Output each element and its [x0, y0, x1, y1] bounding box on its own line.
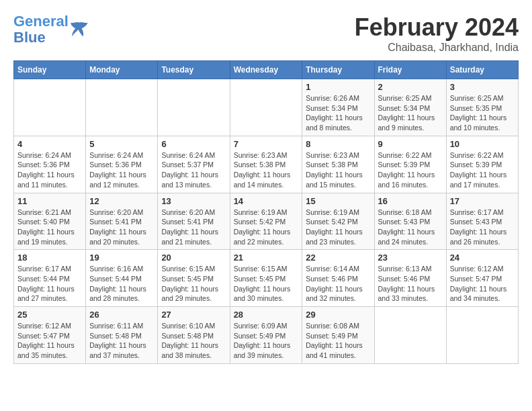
title-block: February 2024 Chaibasa, Jharkhand, India	[355, 13, 519, 54]
day-info: Sunrise: 6:22 AMSunset: 5:39 PMDaylight:…	[378, 150, 443, 190]
calendar-cell	[86, 79, 158, 136]
day-number: 3	[450, 82, 515, 92]
day-number: 23	[378, 253, 443, 263]
calendar-cell	[374, 307, 446, 364]
day-info: Sunrise: 6:16 AMSunset: 5:44 PMDaylight:…	[89, 264, 154, 304]
location-subtitle: Chaibasa, Jharkhand, India	[355, 42, 519, 54]
day-info: Sunrise: 6:12 AMSunset: 5:47 PMDaylight:…	[450, 264, 515, 304]
calendar-cell: 1Sunrise: 6:26 AMSunset: 5:34 PMDaylight…	[302, 79, 374, 136]
day-info: Sunrise: 6:19 AMSunset: 5:42 PMDaylight:…	[306, 208, 370, 247]
calendar-cell: 14Sunrise: 6:19 AMSunset: 5:42 PMDayligh…	[230, 193, 302, 250]
calendar-cell: 25Sunrise: 6:12 AMSunset: 5:47 PMDayligh…	[14, 307, 86, 364]
day-number: 19	[89, 253, 154, 263]
day-info: Sunrise: 6:13 AMSunset: 5:46 PMDaylight:…	[378, 264, 443, 304]
day-info: Sunrise: 6:23 AMSunset: 5:38 PMDaylight:…	[234, 150, 299, 190]
day-number: 10	[450, 139, 515, 149]
calendar-cell: 26Sunrise: 6:11 AMSunset: 5:48 PMDayligh…	[86, 307, 158, 364]
logo-general: General	[13, 13, 69, 30]
day-info: Sunrise: 6:23 AMSunset: 5:38 PMDaylight:…	[306, 150, 370, 190]
day-info: Sunrise: 6:11 AMSunset: 5:48 PMDaylight:…	[89, 321, 154, 361]
logo-blue: Blue	[13, 29, 46, 46]
day-number: 12	[89, 196, 154, 206]
day-number: 14	[234, 196, 299, 206]
calendar-cell: 8Sunrise: 6:23 AMSunset: 5:38 PMDaylight…	[302, 136, 374, 193]
day-info: Sunrise: 6:21 AMSunset: 5:40 PMDaylight:…	[17, 208, 82, 247]
calendar-cell: 2Sunrise: 6:25 AMSunset: 5:34 PMDaylight…	[374, 79, 446, 136]
calendar-cell: 28Sunrise: 6:09 AMSunset: 5:49 PMDayligh…	[230, 307, 302, 364]
day-number: 8	[306, 139, 370, 149]
calendar-cell	[14, 79, 86, 136]
calendar-cell: 20Sunrise: 6:15 AMSunset: 5:45 PMDayligh…	[158, 250, 230, 307]
day-info: Sunrise: 6:12 AMSunset: 5:47 PMDaylight:…	[17, 321, 82, 361]
day-number: 15	[306, 196, 370, 206]
day-info: Sunrise: 6:15 AMSunset: 5:45 PMDaylight:…	[161, 264, 226, 304]
day-info: Sunrise: 6:19 AMSunset: 5:42 PMDaylight:…	[234, 208, 299, 247]
day-info: Sunrise: 6:14 AMSunset: 5:46 PMDaylight:…	[306, 264, 370, 304]
calendar-cell	[446, 307, 518, 364]
calendar-cell: 21Sunrise: 6:15 AMSunset: 5:45 PMDayligh…	[230, 250, 302, 307]
day-number: 26	[89, 310, 154, 320]
day-number: 27	[161, 310, 226, 320]
logo-bird-icon	[70, 20, 89, 39]
day-info: Sunrise: 6:17 AMSunset: 5:44 PMDaylight:…	[17, 264, 82, 304]
calendar-cell: 15Sunrise: 6:19 AMSunset: 5:42 PMDayligh…	[302, 193, 374, 250]
day-number: 16	[378, 196, 443, 206]
day-info: Sunrise: 6:15 AMSunset: 5:45 PMDaylight:…	[234, 264, 299, 304]
calendar-cell: 11Sunrise: 6:21 AMSunset: 5:40 PMDayligh…	[14, 193, 86, 250]
weekday-header-friday: Friday	[374, 61, 446, 79]
day-number: 25	[17, 310, 82, 320]
day-info: Sunrise: 6:24 AMSunset: 5:37 PMDaylight:…	[161, 150, 226, 190]
day-number: 21	[234, 253, 299, 263]
calendar-cell: 13Sunrise: 6:20 AMSunset: 5:41 PMDayligh…	[158, 193, 230, 250]
day-number: 11	[17, 196, 82, 206]
calendar-week-4: 18Sunrise: 6:17 AMSunset: 5:44 PMDayligh…	[14, 250, 519, 307]
weekday-header-wednesday: Wednesday	[230, 61, 302, 79]
calendar-cell: 27Sunrise: 6:10 AMSunset: 5:48 PMDayligh…	[158, 307, 230, 364]
weekday-header-thursday: Thursday	[302, 61, 374, 79]
day-number: 4	[17, 139, 82, 149]
day-info: Sunrise: 6:20 AMSunset: 5:41 PMDaylight:…	[161, 208, 226, 247]
day-info: Sunrise: 6:25 AMSunset: 5:35 PMDaylight:…	[450, 93, 515, 133]
calendar-cell: 9Sunrise: 6:22 AMSunset: 5:39 PMDaylight…	[374, 136, 446, 193]
day-info: Sunrise: 6:09 AMSunset: 5:49 PMDaylight:…	[234, 321, 299, 361]
day-number: 1	[306, 82, 370, 92]
day-info: Sunrise: 6:25 AMSunset: 5:34 PMDaylight:…	[378, 93, 443, 133]
day-number: 20	[161, 253, 226, 263]
day-number: 29	[306, 310, 370, 320]
calendar-cell: 3Sunrise: 6:25 AMSunset: 5:35 PMDaylight…	[446, 79, 518, 136]
day-info: Sunrise: 6:26 AMSunset: 5:34 PMDaylight:…	[306, 93, 370, 133]
day-info: Sunrise: 6:17 AMSunset: 5:43 PMDaylight:…	[450, 208, 515, 247]
calendar-cell: 6Sunrise: 6:24 AMSunset: 5:37 PMDaylight…	[158, 136, 230, 193]
calendar-week-3: 11Sunrise: 6:21 AMSunset: 5:40 PMDayligh…	[14, 193, 519, 250]
calendar-cell: 18Sunrise: 6:17 AMSunset: 5:44 PMDayligh…	[14, 250, 86, 307]
calendar-cell: 22Sunrise: 6:14 AMSunset: 5:46 PMDayligh…	[302, 250, 374, 307]
day-number: 22	[306, 253, 370, 263]
day-info: Sunrise: 6:24 AMSunset: 5:36 PMDaylight:…	[17, 150, 82, 190]
calendar-header: SundayMondayTuesdayWednesdayThursdayFrid…	[14, 61, 519, 79]
day-number: 6	[161, 139, 226, 149]
calendar-cell: 7Sunrise: 6:23 AMSunset: 5:38 PMDaylight…	[230, 136, 302, 193]
calendar-cell: 29Sunrise: 6:08 AMSunset: 5:49 PMDayligh…	[302, 307, 374, 364]
day-number: 2	[378, 82, 443, 92]
calendar-cell: 12Sunrise: 6:20 AMSunset: 5:41 PMDayligh…	[86, 193, 158, 250]
calendar-cell: 23Sunrise: 6:13 AMSunset: 5:46 PMDayligh…	[374, 250, 446, 307]
day-info: Sunrise: 6:10 AMSunset: 5:48 PMDaylight:…	[161, 321, 226, 361]
calendar-week-2: 4Sunrise: 6:24 AMSunset: 5:36 PMDaylight…	[14, 136, 519, 193]
calendar-cell: 16Sunrise: 6:18 AMSunset: 5:43 PMDayligh…	[374, 193, 446, 250]
calendar-cell	[230, 79, 302, 136]
day-number: 7	[234, 139, 299, 149]
page-header: General Blue February 2024 Chaibasa, Jha…	[13, 13, 519, 54]
day-number: 17	[450, 196, 515, 206]
calendar-body: 1Sunrise: 6:26 AMSunset: 5:34 PMDaylight…	[14, 79, 519, 364]
day-number: 24	[450, 253, 515, 263]
day-number: 18	[17, 253, 82, 263]
calendar-cell: 17Sunrise: 6:17 AMSunset: 5:43 PMDayligh…	[446, 193, 518, 250]
logo: General Blue	[13, 13, 89, 46]
weekday-header-tuesday: Tuesday	[158, 61, 230, 79]
day-number: 9	[378, 139, 443, 149]
weekday-header-monday: Monday	[86, 61, 158, 79]
day-number: 28	[234, 310, 299, 320]
calendar-week-1: 1Sunrise: 6:26 AMSunset: 5:34 PMDaylight…	[14, 79, 519, 136]
calendar-cell: 5Sunrise: 6:24 AMSunset: 5:36 PMDaylight…	[86, 136, 158, 193]
calendar-table: SundayMondayTuesdayWednesdayThursdayFrid…	[13, 60, 519, 364]
